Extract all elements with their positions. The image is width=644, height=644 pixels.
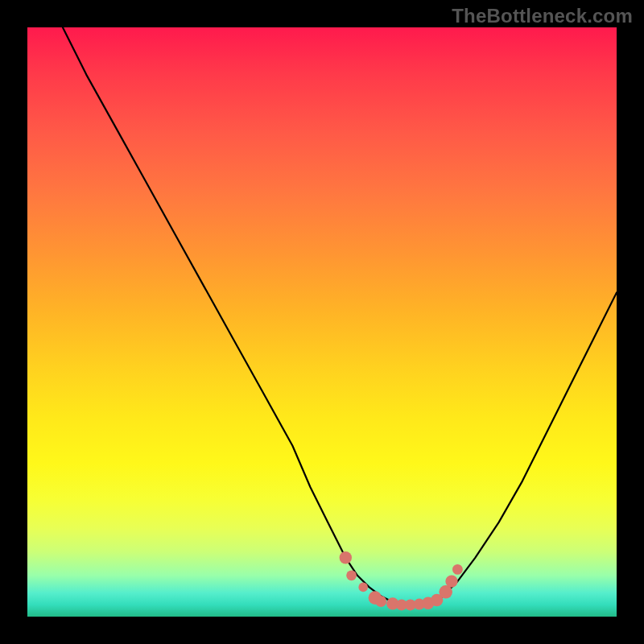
data-point [375,596,386,607]
dots-group [340,551,463,610]
data-point [340,551,352,564]
data-point [346,570,357,580]
data-point [452,564,463,575]
curve-path [63,27,617,605]
chart-frame: TheBottleneck.com [0,0,644,644]
data-point [358,583,368,592]
watermark-text: TheBottleneck.com [452,5,633,27]
data-point [445,575,457,587]
chart-svg [27,27,617,617]
plot-area [27,27,617,617]
